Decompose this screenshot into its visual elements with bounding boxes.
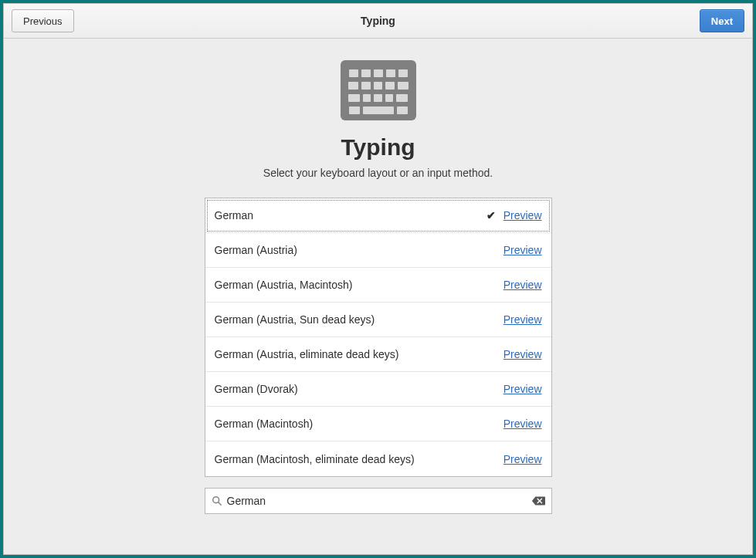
layout-label: German (Macintosh, eliminate dead keys)	[215, 453, 503, 465]
preview-link[interactable]: Preview	[503, 313, 542, 326]
page-subheading: Select your keyboard layout or an input …	[263, 167, 493, 179]
search-input[interactable]	[227, 495, 527, 507]
preview-link[interactable]: Preview	[503, 209, 542, 222]
layout-row[interactable]: German (Austria, Sun dead keys)Preview	[205, 303, 551, 337]
svg-line-1	[218, 502, 221, 506]
layout-label: German (Austria, eliminate dead keys)	[215, 348, 503, 360]
layout-row[interactable]: German (Macintosh, eliminate dead keys)P…	[205, 441, 551, 476]
preview-link[interactable]: Preview	[503, 453, 542, 465]
preview-link[interactable]: Preview	[503, 383, 542, 395]
search-field[interactable]	[205, 488, 552, 514]
layout-label: German (Austria, Macintosh)	[215, 279, 503, 291]
window-title: Typing	[4, 15, 752, 27]
preview-link[interactable]: Preview	[503, 279, 542, 291]
layout-row[interactable]: German (Austria, eliminate dead keys)Pre…	[205, 337, 551, 372]
titlebar: Previous Typing Next	[4, 4, 752, 39]
clear-icon[interactable]	[531, 495, 545, 506]
layout-label: German (Dvorak)	[215, 383, 503, 395]
previous-button[interactable]: Previous	[12, 9, 74, 32]
layout-row[interactable]: German (Dvorak)Preview	[205, 372, 551, 407]
next-button[interactable]: Next	[700, 9, 744, 32]
preview-link[interactable]: Preview	[503, 244, 542, 256]
layout-row[interactable]: German✔Preview	[205, 198, 551, 233]
layout-list: German✔PreviewGerman (Austria)PreviewGer…	[205, 198, 552, 477]
content-area: Typing Select your keyboard layout or an…	[4, 39, 752, 554]
preview-link[interactable]: Preview	[503, 418, 542, 430]
window: Previous Typing Next Typing Select your …	[3, 3, 753, 555]
layout-row[interactable]: German (Austria)Preview	[205, 233, 551, 268]
layout-label: German	[215, 209, 485, 222]
layout-row[interactable]: German (Austria, Macintosh)Preview	[205, 268, 551, 303]
search-icon	[212, 495, 222, 506]
layout-row[interactable]: German (Macintosh)Preview	[205, 407, 551, 441]
keyboard-icon	[341, 60, 416, 120]
layout-label: German (Macintosh)	[215, 418, 503, 430]
layout-label: German (Austria, Sun dead keys)	[215, 313, 503, 326]
page-heading: Typing	[341, 134, 415, 161]
preview-link[interactable]: Preview	[503, 348, 542, 360]
layout-label: German (Austria)	[215, 244, 503, 256]
check-icon: ✔	[485, 209, 497, 222]
